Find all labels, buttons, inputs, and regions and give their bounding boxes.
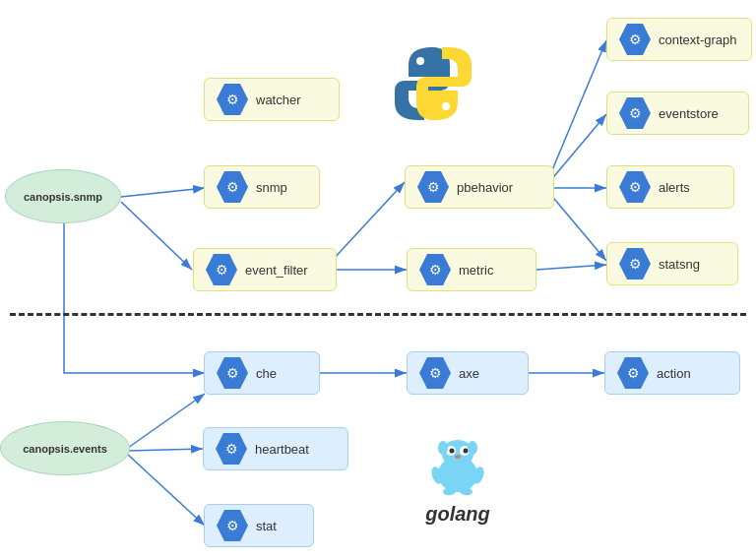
che-icon <box>217 357 248 389</box>
svg-point-25 <box>468 441 477 455</box>
metric-label: metric <box>459 263 493 278</box>
alerts-label: alerts <box>659 180 690 195</box>
canopsis-snmp-label: canopsis.snmp <box>24 191 102 203</box>
pbehavior-icon <box>417 171 449 203</box>
svg-line-8 <box>549 114 606 182</box>
snmp-label: snmp <box>256 180 287 195</box>
axe-icon <box>419 357 451 389</box>
action-box: action <box>604 351 740 395</box>
statsng-box: statsng <box>606 242 738 285</box>
canopsis-snmp-node: canopsis.snmp <box>5 169 121 223</box>
eventstore-box: eventstore <box>606 92 749 135</box>
heartbeat-box: heartbeat <box>203 427 348 470</box>
svg-line-1 <box>121 188 205 197</box>
event-filter-icon <box>206 254 237 285</box>
eventstore-icon <box>619 97 651 129</box>
golang-label: golang <box>425 503 490 526</box>
stat-icon <box>217 510 248 541</box>
dashed-separator <box>10 313 746 316</box>
context-graph-icon <box>619 24 651 55</box>
watcher-label: watcher <box>256 93 301 107</box>
metric-icon <box>419 254 451 285</box>
statsng-label: statsng <box>659 257 700 272</box>
canopsis-events-label: canopsis.events <box>23 443 107 455</box>
svg-line-12 <box>332 182 405 261</box>
axe-box: axe <box>407 351 529 395</box>
metric-box: metric <box>407 248 536 291</box>
action-label: action <box>657 366 691 381</box>
svg-line-4 <box>128 449 203 451</box>
svg-point-23 <box>455 455 461 459</box>
svg-point-21 <box>450 448 455 453</box>
statsng-icon <box>619 248 651 280</box>
canopsis-events-node: canopsis.events <box>0 421 130 475</box>
svg-point-22 <box>464 448 469 453</box>
diagram-container: canopsis.snmp canopsis.events watcher sn… <box>0 0 756 560</box>
heartbeat-label: heartbeat <box>255 442 309 457</box>
snmp-icon <box>217 171 248 203</box>
context-graph-box: context-graph <box>606 18 752 61</box>
context-graph-label: context-graph <box>659 32 737 47</box>
action-icon <box>617 357 649 389</box>
svg-point-16 <box>442 102 450 110</box>
snmp-box: snmp <box>204 165 320 209</box>
alerts-box: alerts <box>606 165 734 209</box>
python-logo <box>384 34 482 133</box>
event-filter-box: event_filter <box>193 248 337 291</box>
svg-line-2 <box>121 202 192 270</box>
svg-line-10 <box>549 193 606 261</box>
watcher-icon <box>217 84 248 115</box>
axe-label: axe <box>459 366 479 381</box>
che-label: che <box>256 366 277 381</box>
svg-line-7 <box>549 40 606 177</box>
che-box: che <box>204 351 320 395</box>
svg-line-11 <box>536 265 606 270</box>
event-filter-label: event_filter <box>245 263 308 278</box>
pbehavior-box: pbehavior <box>405 165 554 209</box>
heartbeat-icon <box>216 433 247 465</box>
svg-point-15 <box>416 57 424 65</box>
svg-point-24 <box>438 441 448 455</box>
svg-line-3 <box>128 394 205 448</box>
eventstore-label: eventstore <box>659 106 719 121</box>
stat-box: stat <box>204 504 314 547</box>
alerts-icon <box>619 171 651 203</box>
svg-line-5 <box>128 455 205 526</box>
stat-label: stat <box>256 519 277 533</box>
watcher-box: watcher <box>204 78 340 121</box>
golang-logo: golang <box>404 423 512 531</box>
pbehavior-label: pbehavior <box>457 180 513 195</box>
